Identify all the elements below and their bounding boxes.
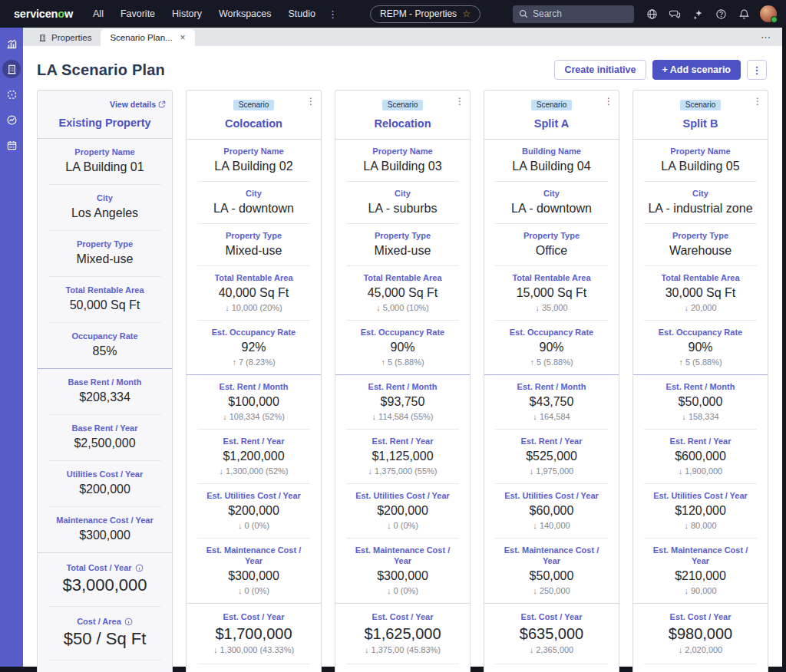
sidebar-item-spaces[interactable] — [2, 85, 21, 104]
field-label: City — [346, 188, 459, 199]
field-total-rentable-area: Total Rentable Area50,000 Sq Ft — [48, 277, 161, 323]
field-value: $210,000 — [644, 568, 757, 584]
field-label: Est. Maintenance Cost / Year — [644, 545, 757, 566]
field-value: 45,000 Sq Ft — [346, 285, 459, 301]
card-relocation: Scenario⋮RelocationProperty NameLA Build… — [335, 90, 471, 672]
field-label: City — [495, 188, 608, 199]
field-delta: ↓ 5,000 (10%) — [346, 303, 459, 313]
menu-favorite[interactable]: Favorite — [121, 8, 155, 19]
building-icon — [38, 34, 47, 42]
field-value: 50,000 Sq Ft — [48, 298, 161, 313]
servicenow-logo[interactable]: servicenow — [14, 8, 73, 20]
field-delta: ↓ 80,000 — [644, 521, 757, 531]
menu-all[interactable]: All — [93, 8, 104, 19]
page-kebab-button[interactable]: ⋮ — [747, 60, 767, 80]
field-value: 90% — [495, 340, 608, 355]
field-value: 90% — [644, 340, 757, 355]
sidebar-item-schedule[interactable] — [2, 136, 21, 154]
search-input[interactable] — [533, 8, 617, 19]
field-value: $300,000 — [48, 528, 161, 543]
sidebar-item-performance[interactable] — [2, 110, 21, 129]
global-search[interactable] — [513, 5, 634, 23]
field-label: Total Rentable Area — [197, 272, 310, 283]
field-est-rent-year: Est. Rent / Year$525,000↓ 1,975,000 — [495, 430, 608, 484]
card-menu-kebab-icon[interactable]: ⋮ — [306, 96, 315, 107]
field-delta: ↓ 0 (0%) — [346, 586, 459, 596]
sidebar-item-analytics[interactable] — [2, 35, 21, 53]
field-est-rent-month: Est. Rent / Month$100,000↓ 108,334 (52%) — [197, 375, 310, 430]
info-icon[interactable] — [124, 618, 133, 626]
chat-button[interactable] — [665, 4, 685, 24]
field-est-utilities-cost-year: Est. Utilities Cost / Year$200,000↓ 0 (0… — [197, 484, 310, 539]
field-delta: ↓ 0 (0%) — [346, 521, 459, 531]
field-value: $200,000 — [346, 503, 459, 519]
field-value: $50 / Sq Ft — [48, 629, 161, 649]
field-delta: ↓ 2,020,000 — [644, 645, 757, 655]
field-label: City — [197, 188, 310, 199]
tab-strip: Properties Scenario Plan... × ⋯ — [23, 28, 782, 46]
summary-est-cost-area: Est. Cost / Area$20 / Sq Ft↓ 30 (60%) — [644, 664, 757, 672]
tab-properties[interactable]: Properties — [29, 29, 101, 46]
view-details-link[interactable]: View details — [110, 100, 166, 109]
menu-studio[interactable]: Studio — [289, 8, 315, 19]
globe-button[interactable] — [642, 4, 662, 24]
field-est-utilities-cost-year: Est. Utilities Cost / Year$120,000↓ 80,0… — [644, 484, 757, 539]
user-avatar[interactable] — [757, 4, 777, 24]
ai-sparkle-button[interactable] — [688, 4, 708, 24]
card-menu-kebab-icon[interactable]: ⋮ — [604, 96, 613, 107]
field-value: $1,200,000 — [197, 449, 310, 464]
field-property-name: Property NameLA Building 05 — [644, 140, 757, 182]
field-value: $525,000 — [495, 449, 608, 464]
field-label: Est. Maintenance Cost / Year — [197, 545, 310, 566]
tab-overflow-icon[interactable]: ⋯ — [761, 31, 771, 43]
field-value: 30,000 Sq Ft — [644, 285, 757, 301]
field-value: $120,000 — [644, 503, 757, 519]
tab-scenario-plan-label: Scenario Plan... — [110, 33, 172, 42]
logo-text-end: w — [64, 8, 73, 20]
field-value: $50,000 — [495, 568, 608, 584]
favorite-star-icon[interactable]: ☆ — [462, 8, 471, 19]
card-menu-kebab-icon[interactable]: ⋮ — [753, 96, 762, 107]
close-icon[interactable]: × — [177, 32, 186, 43]
field-label: Cost / Area — [48, 616, 161, 627]
notifications-button[interactable] — [734, 4, 754, 24]
card-title: Relocation — [342, 117, 464, 130]
field-value: Mixed-use — [197, 243, 310, 259]
context-pill[interactable]: REPM - Properties ☆ — [370, 5, 481, 23]
field-est-utilities-cost-year: Est. Utilities Cost / Year$200,000↓ 0 (0… — [346, 484, 459, 539]
menu-overflow-kebab-icon[interactable]: ⋮ — [328, 8, 338, 20]
field-value: LA Building 05 — [644, 159, 757, 174]
field-est-occupancy-rate: Est. Occupancy Rate90%↑ 5 (5.88%) — [484, 321, 619, 375]
field-est-occupancy-rate: Est. Occupancy Rate90%↑ 5 (5.88%) — [633, 321, 768, 375]
field-label: Est. Occupancy Rate — [644, 327, 757, 338]
field-est-rent-month: Est. Rent / Month$43,750↓ 164,584 — [495, 375, 608, 430]
field-label: Property Name — [197, 146, 310, 156]
summary-est-cost-year: Est. Cost / Year$980,000↓ 2,020,000 — [644, 604, 757, 664]
card-title: Existing Property — [44, 117, 166, 129]
scenario-badge: Scenario — [233, 100, 274, 110]
top-navigation: servicenow All Favorite History Workspac… — [0, 0, 786, 28]
add-scenario-button[interactable]: + Add scenario — [652, 60, 741, 80]
building-icon — [6, 64, 18, 75]
card-menu-kebab-icon[interactable]: ⋮ — [455, 96, 464, 107]
info-icon[interactable] — [135, 564, 144, 572]
field-label: City — [644, 188, 757, 199]
field-label: Est. Maintenance Cost / Year — [346, 545, 459, 566]
field-delta: ↑ 5 (5.88%) — [495, 357, 608, 367]
field-label: Property Name — [644, 146, 757, 156]
field-est-occupancy-rate: Est. Occupancy Rate90%↑ 5 (5.88%) — [335, 321, 470, 375]
create-initiative-button[interactable]: Create initiative — [554, 60, 646, 80]
field-delta: ↓ 90,000 — [644, 586, 757, 596]
help-button[interactable] — [711, 4, 731, 24]
card-title: Split A — [490, 117, 613, 130]
tab-scenario-plan[interactable]: Scenario Plan... × — [101, 29, 194, 46]
field-delta: ↑ 5 (5.88%) — [644, 357, 757, 367]
sidebar-item-properties[interactable] — [2, 60, 21, 78]
menu-workspaces[interactable]: Workspaces — [219, 8, 272, 19]
menu-history[interactable]: History — [172, 8, 202, 19]
field-label: Est. Maintenance Cost / Year — [495, 545, 608, 566]
field-property-name: Property NameLA Building 03 — [346, 140, 459, 182]
field-label: Est. Cost / Year — [346, 611, 459, 622]
field-label: Est. Utilities Cost / Year — [346, 490, 459, 501]
badge-row: Scenario — [490, 97, 613, 108]
